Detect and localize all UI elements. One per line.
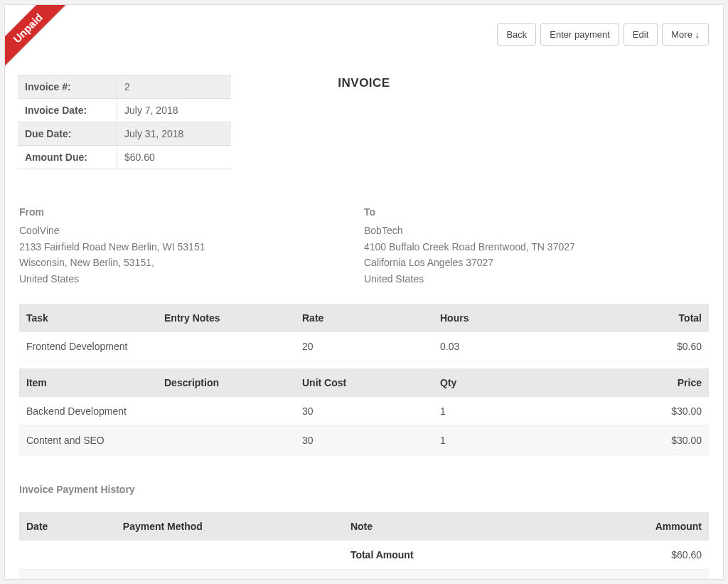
addresses: From CoolVine 2133 Fairfield Road New Be… (19, 204, 709, 287)
empty-cell (116, 541, 343, 570)
from-heading: From (19, 204, 364, 220)
cell-notes (157, 332, 295, 361)
invoice-meta: Invoice #: 2 Invoice Date: July 7, 2018 … (18, 75, 231, 169)
meta-invoice-no: Invoice #: 2 (18, 75, 231, 99)
summary-row-total: Total Amount $60.60 (19, 541, 709, 570)
cell-desc (157, 397, 295, 426)
cell-unit: 30 (295, 425, 433, 455)
meta-value: July 31, 2018 (117, 122, 231, 145)
back-button[interactable]: Back (497, 23, 536, 46)
meta-label: Invoice Date: (18, 99, 117, 122)
cell-qty: 1 (433, 425, 571, 455)
more-button[interactable]: More ↓ (662, 23, 709, 46)
from-line3: United States (19, 271, 364, 287)
tasks-table: Task Entry Notes Rate Hours Total Fronte… (19, 304, 709, 361)
col-total: Total (571, 304, 709, 332)
col-qty: Qty (433, 368, 571, 397)
col-unit: Unit Cost (295, 368, 433, 397)
col-price: Price (571, 368, 709, 397)
cell-rate: 20 (295, 332, 433, 361)
col-method: Payment Method (116, 512, 343, 541)
cell-item: Content and SEO (19, 425, 157, 455)
table-row: Frontend Development 20 0.03 $0.60 (19, 332, 709, 361)
cell-desc (157, 425, 295, 455)
table-header-row: Date Payment Method Note Ammount (19, 512, 709, 541)
table-header-row: Item Description Unit Cost Qty Price (19, 368, 709, 397)
invoice-page: Unpaid Back Enter payment Edit More ↓ IN… (4, 4, 724, 580)
items-table: Item Description Unit Cost Qty Price Bac… (19, 368, 709, 455)
cell-qty: 1 (433, 397, 571, 426)
history-table: Date Payment Method Note Ammount Total A… (19, 512, 709, 580)
history-title: Invoice Payment History (19, 484, 709, 495)
summary-label: Total paid (343, 569, 606, 580)
meta-label: Due Date: (18, 122, 117, 145)
to-heading: To (364, 204, 709, 220)
col-amount: Ammount (605, 512, 709, 541)
to-line2: California Los Angeles 37027 (364, 255, 709, 270)
meta-value: 2 (117, 75, 231, 98)
summary-row-paid: Total paid $0.00 (19, 569, 709, 580)
meta-due-date: Due Date: July 31, 2018 (18, 122, 231, 146)
meta-label: Invoice #: (18, 75, 117, 98)
meta-label: Amount Due: (18, 146, 117, 169)
from-line1: 2133 Fairfield Road New Berlin, WI 53151 (19, 239, 364, 255)
address-to: To BobTech 4100 Buffalo Creek Road Brent… (364, 204, 709, 287)
to-name: BobTech (364, 223, 709, 238)
meta-amount-due: Amount Due: $60.60 (18, 146, 231, 169)
col-note: Note (343, 512, 606, 541)
col-date: Date (19, 512, 116, 541)
table-row: Content and SEO 30 1 $30.00 (19, 425, 709, 455)
cell-total: $0.60 (571, 332, 709, 361)
to-line1: 4100 Buffalo Creek Road Brentwood, TN 37… (364, 239, 709, 255)
empty-cell (116, 569, 343, 580)
summary-label: Total Amount (343, 541, 606, 570)
summary-value: $0.00 (605, 569, 709, 580)
to-line3: United States (364, 271, 709, 287)
cell-task: Frontend Development (19, 332, 157, 361)
address-from: From CoolVine 2133 Fairfield Road New Be… (19, 204, 364, 287)
cell-hours: 0.03 (433, 332, 571, 361)
cell-unit: 30 (295, 397, 433, 426)
col-hours: Hours (433, 304, 571, 332)
col-task: Task (19, 304, 157, 332)
meta-invoice-date: Invoice Date: July 7, 2018 (18, 99, 231, 122)
meta-value: $60.60 (117, 146, 231, 169)
empty-cell (19, 569, 116, 580)
table-header-row: Task Entry Notes Rate Hours Total (19, 304, 709, 332)
from-line2: Wisconsin, New Berlin, 53151, (19, 255, 364, 270)
col-rate: Rate (295, 304, 433, 332)
cell-price: $30.00 (571, 425, 709, 455)
col-desc: Description (157, 368, 295, 397)
toolbar: Back Enter payment Edit More ↓ (497, 23, 709, 46)
meta-value: July 7, 2018 (117, 99, 231, 122)
cell-item: Backend Development (19, 397, 157, 426)
col-item: Item (19, 368, 157, 397)
empty-cell (19, 541, 116, 570)
from-name: CoolVine (19, 223, 364, 238)
status-ribbon: Unpaid (4, 4, 70, 70)
table-row: Backend Development 30 1 $30.00 (19, 397, 709, 426)
edit-button[interactable]: Edit (623, 23, 658, 46)
col-notes: Entry Notes (157, 304, 295, 332)
enter-payment-button[interactable]: Enter payment (540, 23, 619, 46)
summary-value: $60.60 (605, 541, 709, 570)
cell-price: $30.00 (571, 397, 709, 426)
